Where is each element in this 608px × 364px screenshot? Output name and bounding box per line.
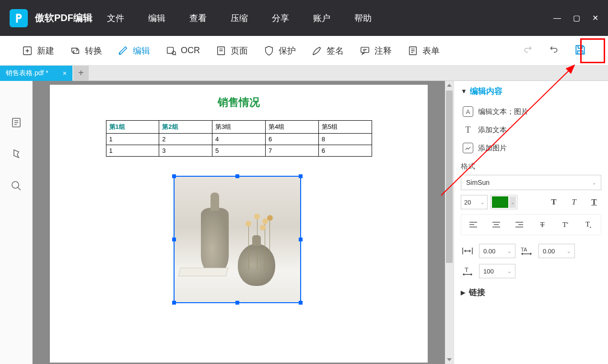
menu-edit[interactable]: 编辑 [148, 12, 165, 24]
page-button[interactable]: 页面 [215, 45, 248, 57]
canvas-area[interactable]: 销售情况 第1组 第2组 第3组 第4组 第5组 1 2 4 6 8 1 [33, 81, 454, 364]
menu-file[interactable]: 文件 [107, 12, 124, 24]
main-menu: 文件 编辑 查看 压缩 分享 账户 帮助 [107, 12, 372, 24]
redo-icon[interactable] [522, 45, 534, 57]
add-text-button[interactable]: T 添加文本 [461, 121, 601, 139]
bold-button[interactable]: T [547, 195, 561, 209]
undo-icon[interactable] [548, 45, 560, 57]
ocr-icon [165, 45, 177, 57]
svg-point-7 [12, 182, 19, 188]
tab-add-button[interactable]: + [73, 66, 89, 81]
table-header: 第2组 [159, 121, 212, 134]
text-t-icon: T [463, 125, 473, 135]
scale-input[interactable]: 100⌄ [479, 264, 515, 278]
tab-close-icon[interactable]: × [63, 69, 67, 77]
tabbar: 销售表格.pdf * × + [0, 66, 608, 81]
convert-icon [70, 45, 81, 57]
resize-handle[interactable] [172, 174, 176, 178]
menu-view[interactable]: 查看 [189, 12, 207, 24]
vertical-scrollbar[interactable] [445, 81, 454, 364]
comment-button[interactable]: 注释 [359, 45, 392, 57]
svg-point-2 [172, 51, 175, 54]
svg-text:TA: TA [521, 247, 527, 252]
resize-handle[interactable] [235, 174, 239, 178]
word-spacing-input[interactable]: 0.00⌄ [538, 244, 575, 258]
toolbar: 新建 转换 编辑 OCR 页面 保护 签名 注释 表单 [0, 36, 608, 66]
shield-icon [263, 45, 275, 57]
thumbnails-icon[interactable] [11, 117, 22, 128]
superscript-button[interactable]: T▪ [556, 217, 574, 232]
panel-section-link[interactable]: ▶ 链接 [461, 287, 601, 298]
align-center-button[interactable] [487, 217, 505, 232]
table-row: 1 3 5 7 6 [106, 145, 372, 157]
properties-panel: ▼ 编辑内容 A 编辑文本；图片 T 添加文本 添加图片 格式 SimSun ⌄… [454, 81, 608, 364]
caret-down-icon: ▼ [461, 88, 467, 95]
new-button[interactable]: 新建 [22, 45, 54, 57]
italic-button[interactable]: T [567, 195, 581, 209]
menu-compress[interactable]: 压缩 [231, 12, 248, 24]
form-icon [407, 45, 419, 57]
search-icon[interactable] [11, 180, 22, 192]
protect-button[interactable]: 保护 [263, 45, 296, 57]
resize-handle[interactable] [172, 238, 176, 241]
align-right-button[interactable] [510, 217, 528, 232]
letter-spacing-icon [461, 245, 474, 257]
scrollbar-thumb[interactable] [446, 91, 453, 263]
page-icon [215, 45, 227, 57]
bookmarks-icon[interactable] [11, 148, 22, 160]
add-image-button[interactable]: 添加图片 [461, 139, 601, 157]
menu-help[interactable]: 帮助 [354, 12, 372, 24]
document-title: 销售情况 [50, 85, 428, 110]
letter-spacing-input[interactable]: 0.00⌄ [479, 244, 515, 258]
table-row: 1 2 4 6 8 [106, 134, 372, 145]
form-button[interactable]: 表单 [407, 45, 440, 57]
caret-right-icon: ▶ [461, 289, 465, 296]
edit-button[interactable]: 编辑 [117, 45, 150, 57]
resize-handle[interactable] [299, 238, 303, 241]
strikethrough-button[interactable]: T [533, 217, 551, 232]
comment-icon [359, 45, 371, 57]
text-a-icon: A [463, 106, 473, 117]
font-select[interactable]: SimSun ⌄ [461, 175, 601, 190]
sales-table: 第1组 第2组 第3组 第4组 第5组 1 2 4 6 8 1 3 5 [106, 120, 372, 157]
window-controls: — ▢ ✕ [553, 13, 598, 23]
image-selection[interactable] [174, 176, 301, 303]
tab-label: 销售表格.pdf * [6, 69, 48, 78]
titlebar: 傲软PDF编辑 文件 编辑 查看 压缩 分享 账户 帮助 — ▢ ✕ [0, 0, 608, 36]
pencil-icon [117, 45, 129, 57]
resize-handle[interactable] [235, 301, 239, 305]
align-left-button[interactable] [464, 217, 482, 232]
document-tab[interactable]: 销售表格.pdf * × [0, 66, 72, 81]
resize-handle[interactable] [172, 301, 176, 305]
pdf-page[interactable]: 销售情况 第1组 第2组 第3组 第4组 第5组 1 2 4 6 8 1 [50, 85, 428, 363]
embedded-image[interactable] [175, 177, 300, 302]
font-color-picker[interactable]: ⌄ [491, 195, 517, 209]
plus-square-icon [22, 45, 33, 57]
resize-handle[interactable] [299, 174, 303, 178]
app-logo [10, 9, 28, 27]
subscript-button[interactable]: T▪ [579, 217, 597, 232]
ocr-button[interactable]: OCR [165, 45, 200, 57]
sign-button[interactable]: 签名 [311, 45, 344, 57]
convert-button[interactable]: 转换 [70, 45, 102, 57]
image-icon [463, 143, 473, 153]
close-icon[interactable]: ✕ [592, 13, 598, 23]
table-header: 第5组 [318, 121, 372, 134]
font-size-input[interactable]: 20⌄ [461, 195, 488, 209]
format-label: 格式 [461, 162, 601, 171]
minimize-icon[interactable]: — [553, 14, 561, 23]
left-sidebar [0, 81, 33, 364]
panel-section-edit[interactable]: ▼ 编辑内容 [461, 86, 601, 97]
menu-account[interactable]: 账户 [313, 12, 330, 24]
table-header: 第3组 [212, 121, 266, 134]
menu-share[interactable]: 分享 [272, 12, 289, 24]
svg-text:T: T [465, 266, 468, 273]
resize-handle[interactable] [299, 301, 303, 305]
annotation-highlight [580, 38, 605, 63]
maximize-icon[interactable]: ▢ [573, 13, 580, 23]
scale-icon: T [461, 265, 474, 277]
main-area: 销售情况 第1组 第2组 第3组 第4组 第5组 1 2 4 6 8 1 [0, 81, 608, 364]
edit-text-image-button[interactable]: A 编辑文本；图片 [461, 102, 601, 121]
word-spacing-icon: TA [520, 245, 534, 257]
underline-button[interactable]: T [587, 195, 601, 209]
